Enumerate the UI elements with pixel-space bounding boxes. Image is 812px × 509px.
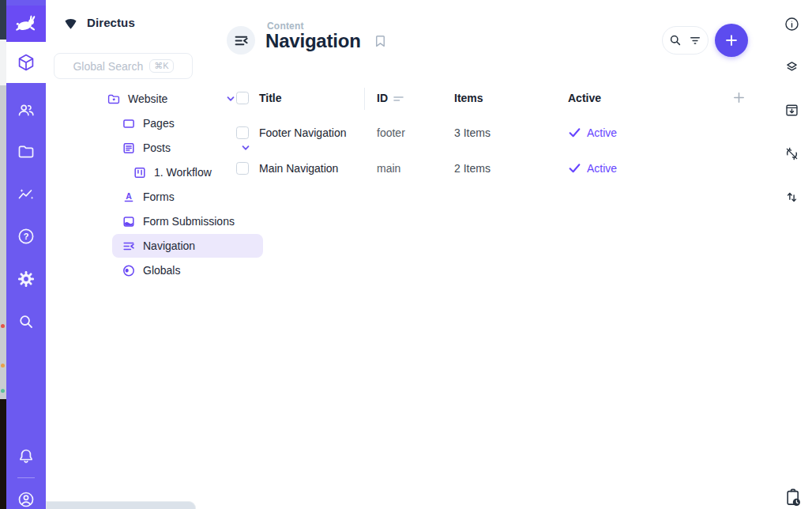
app-window: { "app": { "product": "Directus" }, "nav… xyxy=(0,0,812,509)
search-module-icon xyxy=(17,312,36,331)
row-active-status: Active xyxy=(568,161,617,175)
sidebar-item-label: Navigation xyxy=(143,239,195,252)
module-bar-divider xyxy=(17,477,35,478)
insights-module-icon xyxy=(17,185,36,204)
activity-sidebar-button[interactable] xyxy=(784,488,800,509)
content-module-icon xyxy=(17,53,36,72)
notifications-bell-icon xyxy=(17,447,36,466)
row-active-status: Active xyxy=(568,126,617,139)
settings-module-icon xyxy=(17,270,36,288)
module-content-active[interactable] xyxy=(6,42,46,83)
sidebar-item-website[interactable]: Website xyxy=(100,87,248,111)
row-title: Footer Navigation xyxy=(259,126,347,139)
page-title: Navigation xyxy=(265,30,361,52)
project-logo-icon xyxy=(62,14,80,30)
search-shortcut-badge: ⌘K xyxy=(149,59,173,73)
global-search-placeholder: Global Search xyxy=(73,60,143,73)
sort-vert-icon xyxy=(784,189,800,205)
sort-items-button[interactable] xyxy=(784,189,800,205)
nav-list-icon xyxy=(122,239,135,252)
module-insights-button[interactable] xyxy=(6,177,46,212)
row-items: 3 Items xyxy=(454,126,491,139)
folder-star-icon xyxy=(107,92,120,105)
sort-indicator-icon[interactable] xyxy=(393,95,404,103)
sidebar-item-label: Forms xyxy=(143,190,175,203)
svg-text:A: A xyxy=(126,191,132,201)
sync-disabled-icon xyxy=(784,145,800,162)
collection-nav-list-icon xyxy=(234,33,249,48)
archive-icon xyxy=(784,102,800,119)
sidebar-item-label: Pages xyxy=(143,117,175,130)
status-badge: Active xyxy=(587,126,617,139)
module-bar: ? xyxy=(6,0,46,509)
module-settings-button[interactable] xyxy=(6,262,46,296)
bookmark-icon[interactable] xyxy=(373,33,388,49)
project-header[interactable]: Directus xyxy=(62,14,135,30)
pending-actions-icon xyxy=(784,488,803,509)
add-column-icon[interactable] xyxy=(731,89,747,106)
files-module-icon xyxy=(17,142,36,161)
info-icon xyxy=(784,16,800,32)
row-checkbox[interactable] xyxy=(236,126,249,139)
info-sidebar-button[interactable] xyxy=(784,16,800,32)
project-name: Directus xyxy=(87,16,135,29)
directus-logo-button[interactable] xyxy=(6,6,46,42)
navigation-sidebar: Directus Global Search ⌘K Website Pages xyxy=(46,0,196,509)
inbox-icon xyxy=(122,215,135,228)
column-separator[interactable] xyxy=(364,88,365,110)
chevron-down-icon[interactable] xyxy=(241,143,250,153)
users-module-icon xyxy=(17,100,36,119)
search-filter-pill xyxy=(662,26,709,55)
globe-icon xyxy=(122,264,135,277)
module-files-button[interactable] xyxy=(6,134,46,169)
row-items: 2 Items xyxy=(454,162,491,175)
layers-icon xyxy=(784,58,800,75)
kanban-icon xyxy=(133,166,146,179)
module-help-button[interactable]: ? xyxy=(6,219,46,254)
check-icon xyxy=(568,161,581,175)
text-a-icon: A xyxy=(122,190,135,203)
row-id: main xyxy=(377,162,400,175)
sidebar-item-forms[interactable]: A Forms xyxy=(100,185,263,209)
sidebar-item-navigation[interactable]: Navigation xyxy=(100,234,263,258)
page-icon xyxy=(122,117,135,130)
row-title: Main Navigation xyxy=(259,162,338,175)
search-icon[interactable] xyxy=(668,33,682,47)
column-header-items[interactable]: Items xyxy=(454,92,483,104)
select-all-checkbox[interactable] xyxy=(236,92,249,104)
check-icon xyxy=(568,126,581,139)
sidebar-item-label: 1. Workflow xyxy=(154,166,212,179)
sidebar-item-posts[interactable]: Posts xyxy=(100,136,263,160)
article-icon xyxy=(122,141,135,154)
account-button[interactable] xyxy=(6,482,46,509)
plus-icon xyxy=(723,32,740,49)
sidebar-item-form-submissions[interactable]: Form Submissions xyxy=(100,209,263,233)
live-updates-off-button[interactable] xyxy=(784,145,800,162)
column-header-id[interactable]: ID xyxy=(377,92,388,104)
help-module-icon: ? xyxy=(17,227,36,246)
column-header-active[interactable]: Active xyxy=(568,92,601,104)
status-badge: Active xyxy=(587,162,617,175)
row-id: footer xyxy=(377,126,405,139)
directus-rabbit-logo xyxy=(15,13,37,35)
sidebar-item-label: Posts xyxy=(143,141,171,154)
module-search-button[interactable] xyxy=(6,304,46,339)
notifications-button[interactable] xyxy=(6,439,46,474)
sidebar-item-label: Globals xyxy=(143,264,180,277)
bottom-overlay-bar xyxy=(46,501,196,509)
sidebar-item-label: Form Submissions xyxy=(143,215,235,228)
module-users-button[interactable] xyxy=(6,92,46,127)
global-search-input[interactable]: Global Search ⌘K xyxy=(54,53,193,79)
sidebar-item-label: Website xyxy=(128,92,167,105)
sidebar-item-globals[interactable]: Globals xyxy=(100,258,263,282)
row-checkbox[interactable] xyxy=(236,162,249,175)
collection-icon-button[interactable] xyxy=(227,26,255,55)
chevron-down-icon[interactable] xyxy=(226,94,235,104)
layout-options-button[interactable] xyxy=(784,58,800,75)
filter-icon[interactable] xyxy=(688,33,702,47)
account-circle-icon xyxy=(17,490,36,509)
add-item-button[interactable] xyxy=(715,24,748,57)
column-header-title[interactable]: Title xyxy=(259,92,282,104)
import-export-button[interactable] xyxy=(784,102,800,119)
svg-text:?: ? xyxy=(24,232,29,241)
